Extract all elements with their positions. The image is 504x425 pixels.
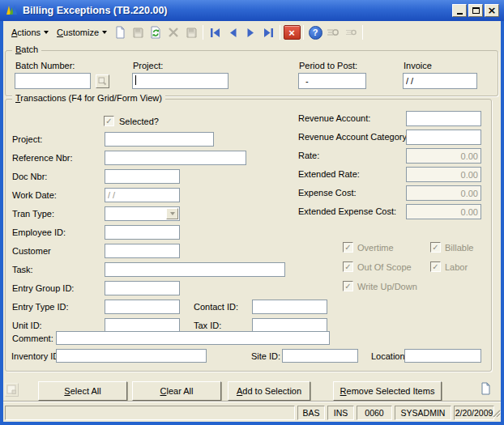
remove-selected-items-label: Remove Selected Items [340, 386, 435, 396]
employee-id-input[interactable] [105, 225, 180, 240]
maximize-icon [472, 7, 480, 14]
labor-checkbox: ✓ [430, 261, 441, 272]
status-date-panel: 2/20/2009 [454, 406, 494, 420]
check-icon: ✓ [344, 262, 351, 271]
work-date-input [105, 188, 180, 202]
check-icon: ✓ [344, 282, 351, 291]
status-bar: BAS INS 0060 SYSADMIN 2/20/2009 [3, 402, 501, 422]
customer-input[interactable] [105, 244, 180, 258]
menu-actions[interactable]: Actions [7, 26, 53, 39]
project-input[interactable] [105, 132, 214, 147]
maximize-button[interactable] [468, 4, 483, 17]
employee-id-label: Employee ID: [12, 227, 66, 237]
grid-view-button [5, 383, 19, 397]
select-all-button[interactable]: Select All [38, 381, 127, 401]
overtime-label: Overtime [357, 243, 394, 253]
selected-label: Selected? [119, 117, 159, 126]
billing-exceptions-window: Billing Exceptions (TB.220.00) × Actions… [0, 0, 504, 425]
extended-expense-cost-input [406, 204, 481, 219]
menu-customize-label: Customize [57, 28, 99, 37]
inventory-id-input[interactable] [56, 349, 207, 363]
batch-number-lookup-button [96, 74, 109, 88]
entry-group-id-label: Entry Group ID: [12, 283, 74, 293]
check-icon: ✓ [432, 243, 438, 252]
doc-nbr-input[interactable] [105, 169, 180, 184]
batch-project-input[interactable] [132, 73, 229, 89]
help-button[interactable] [306, 24, 324, 40]
status-bas-panel: BAS [297, 406, 325, 420]
text-cursor [135, 75, 136, 85]
resize-grip[interactable] [491, 408, 501, 419]
out-of-scope-checkbox: ✓ [343, 261, 353, 272]
task-label: Task: [12, 265, 33, 274]
period-to-post-input[interactable] [298, 73, 366, 89]
project-label: Project: [12, 134, 42, 144]
batch-group-legend: Batch [12, 45, 41, 54]
out-of-scope-label: Out Of Scope [357, 262, 412, 272]
status-user-panel: SYSADMIN [395, 406, 451, 420]
close-icon: × [488, 6, 497, 15]
process-all-icon [342, 24, 360, 40]
status-ins-panel: INS [327, 406, 354, 420]
client-area: Actions Customize [3, 21, 501, 422]
minimize-icon [457, 13, 463, 15]
location-label: Location: [371, 351, 408, 361]
refresh-icon[interactable] [147, 24, 164, 40]
revenue-account-category-input[interactable] [406, 130, 481, 145]
customer-label: Customer [12, 246, 51, 256]
combo-dropdown-icon [166, 208, 178, 219]
doc-nbr-label: Doc Nbr: [12, 172, 47, 181]
title-bar: Billing Exceptions (TB.220.00) × [0, 0, 504, 21]
entry-type-id-input[interactable] [105, 300, 180, 314]
task-input[interactable] [105, 262, 285, 277]
help-icon [309, 26, 322, 40]
save-icon [129, 24, 147, 40]
menu-customize[interactable]: Customize [53, 26, 111, 39]
toolbar-separator [280, 25, 280, 40]
toolbar-separator [362, 25, 363, 40]
extended-rate-label: Extended Rate: [298, 169, 360, 179]
invoice-label: Invoice [404, 61, 432, 70]
batch-number-input[interactable] [15, 73, 91, 89]
entry-group-id-input[interactable] [105, 281, 180, 295]
status-message-panel [5, 406, 295, 420]
previous-record-icon[interactable] [224, 24, 241, 40]
check-icon: ✓ [344, 243, 351, 252]
select-all-label: Select All [64, 386, 100, 396]
revenue-account-input[interactable] [406, 111, 481, 126]
write-up-down-checkbox: ✓ [343, 281, 353, 291]
close-screen-button[interactable] [283, 24, 301, 40]
billable-checkbox: ✓ [430, 242, 441, 253]
period-to-post-label: Period to Post: [299, 61, 357, 70]
minimize-button[interactable] [452, 4, 467, 17]
last-record-icon[interactable] [259, 24, 277, 40]
batch-project-label: Project: [133, 61, 163, 70]
write-up-down-label: Write Up/Down [357, 282, 417, 291]
reference-nbr-input[interactable] [105, 151, 246, 165]
expense-cost-label: Expense Cost: [298, 188, 357, 198]
close-button[interactable]: × [485, 4, 499, 17]
tran-type-label: Tran Type: [12, 209, 54, 219]
work-date-label: Work Date: [12, 190, 57, 200]
location-input[interactable] [404, 349, 481, 363]
comment-label: Comment: [12, 334, 53, 343]
add-to-selection-button[interactable]: Add to Selection [228, 381, 310, 401]
next-record-icon[interactable] [241, 24, 259, 40]
rate-input [406, 148, 481, 164]
dropdown-arrow-icon [44, 31, 49, 34]
site-id-label: Site ID: [251, 351, 280, 361]
invoice-input[interactable] [403, 73, 477, 89]
transactions-group: Transactions (F4 for Grid/Form View) ✓ S… [5, 99, 492, 372]
clear-all-button[interactable]: Clear All [132, 381, 221, 401]
first-record-icon[interactable] [206, 24, 224, 40]
remove-selected-items-button[interactable]: Remove Selected Items [333, 381, 442, 401]
notes-document-icon[interactable] [481, 382, 491, 397]
delete-icon [164, 24, 182, 40]
comment-input[interactable] [56, 331, 330, 345]
site-id-input[interactable] [282, 349, 358, 363]
new-document-icon[interactable] [111, 24, 129, 40]
selected-checkbox: ✓ [104, 116, 114, 126]
toolbar-separator [203, 25, 203, 40]
contact-id-input[interactable] [252, 300, 327, 314]
revenue-account-label: Revenue Account: [298, 113, 370, 123]
